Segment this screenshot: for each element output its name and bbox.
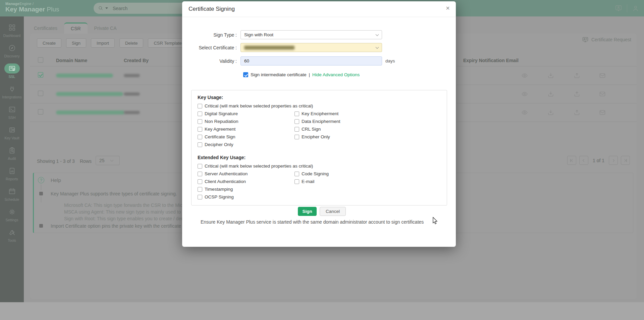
last-page-button[interactable] <box>621 156 630 165</box>
key-usage-option[interactable]: Digital Signature <box>198 110 294 118</box>
checkbox[interactable] <box>294 179 299 184</box>
checkbox[interactable] <box>198 179 202 184</box>
certificate-request-button[interactable]: Certificate Request <box>582 36 631 43</box>
checkbox[interactable] <box>198 164 202 169</box>
rows-label: Rows <box>80 158 92 164</box>
sign-type-select[interactable]: Sign with Root <box>240 30 382 39</box>
sidebar-item-ssl[interactable]: SSL <box>0 61 24 81</box>
checkbox[interactable] <box>198 172 202 176</box>
select-certificate-row: Select Certificate : <box>182 43 456 52</box>
download-icon[interactable] <box>547 72 554 79</box>
download-icon[interactable] <box>547 109 554 116</box>
csr-toolbar: Create Sign Import Delete CSR Template C <box>37 38 200 48</box>
sidebar-item-settings[interactable]: Settings <box>0 204 24 225</box>
checkbox[interactable] <box>198 195 202 199</box>
extended-key-usage-option[interactable]: Client Authentication <box>198 178 294 185</box>
view-icon[interactable] <box>521 72 528 79</box>
tab-private-ca[interactable]: Private CA <box>88 22 123 34</box>
email-icon[interactable] <box>599 109 606 116</box>
checkbox[interactable] <box>198 111 202 116</box>
checkbox[interactable] <box>294 119 299 124</box>
key-usage-option[interactable]: Decipher Only <box>198 141 294 148</box>
view-icon[interactable] <box>521 109 528 116</box>
select-certificate-select[interactable] <box>240 43 382 52</box>
extended-key-usage-option[interactable]: Server Authentication <box>198 170 294 178</box>
checkbox[interactable] <box>198 142 202 147</box>
export-icon[interactable] <box>574 72 580 79</box>
key-usage-option[interactable]: CRL Sign <box>294 125 441 133</box>
sidebar-item-key-vault[interactable]: Key Vault <box>0 122 24 143</box>
help-item: Import Certificate option pins the priva… <box>51 223 181 229</box>
cancel-button[interactable]: Cancel <box>320 207 346 216</box>
sign-button[interactable]: Sign <box>66 38 86 48</box>
extended-key-usage-option[interactable]: OCSP Signing <box>198 193 294 201</box>
checkbox[interactable] <box>198 127 202 132</box>
sidebar-item-tools[interactable]: Tools <box>0 225 24 245</box>
next-page-button[interactable] <box>609 156 618 165</box>
sidebar-item-schedule[interactable]: Schedule <box>0 184 24 204</box>
tab-certificates[interactable]: Certificates <box>27 22 64 34</box>
import-button[interactable]: Import <box>91 38 115 48</box>
email-icon[interactable] <box>599 91 606 97</box>
view-icon[interactable] <box>521 91 528 97</box>
row-checkbox[interactable] <box>38 109 43 115</box>
export-icon[interactable] <box>574 91 580 97</box>
checkbox[interactable] <box>198 135 202 139</box>
user-icon[interactable] <box>632 5 639 12</box>
create-button[interactable]: Create <box>37 38 61 48</box>
validity-input[interactable] <box>240 56 382 65</box>
sidebar-item-dashboard[interactable]: Dashboard <box>0 20 24 40</box>
brand-product: Key Manager Plus <box>5 6 59 13</box>
key-usage-critical[interactable]: Critical (will mark below selected prope… <box>198 102 441 110</box>
email-icon[interactable] <box>599 72 606 79</box>
sidebar-item-integrations[interactable]: Intergrations <box>0 81 24 102</box>
tab-csr[interactable]: CSR <box>64 22 88 34</box>
checkbox[interactable] <box>198 104 202 108</box>
domain-name-redacted[interactable] <box>56 92 123 96</box>
key-usage-option[interactable]: Key Agreement <box>198 125 294 133</box>
checkbox[interactable] <box>198 187 202 192</box>
export-icon[interactable] <box>574 109 580 116</box>
checkbox[interactable] <box>198 119 202 124</box>
settings-icon <box>8 208 16 216</box>
key-usage-option[interactable]: Encipher Only <box>294 133 441 141</box>
sidebar-item-discovery[interactable]: Discovery <box>0 40 24 61</box>
checkbox[interactable] <box>294 127 299 132</box>
prev-page-button[interactable] <box>579 156 588 165</box>
checkbox[interactable] <box>294 172 299 176</box>
row-checkbox-checked[interactable] <box>38 72 43 78</box>
separator: | <box>309 72 310 77</box>
sidebar-item-reports[interactable]: Reports <box>0 163 24 184</box>
first-page-button[interactable] <box>567 156 576 165</box>
feedback-icon[interactable] <box>615 5 622 12</box>
domain-name-redacted[interactable] <box>56 110 125 115</box>
first-page-icon <box>569 158 574 163</box>
sign-submit-button[interactable]: Sign <box>298 207 317 216</box>
extended-key-usage-critical[interactable]: Critical (will mark below selected prope… <box>198 162 441 170</box>
download-icon[interactable] <box>547 91 554 97</box>
csr-template-button[interactable]: CSR Template <box>148 38 187 48</box>
extended-key-usage-title: Extended Key Usage: <box>198 155 441 160</box>
sidebar-item-audit[interactable]: Audit <box>0 143 24 163</box>
extended-key-usage-option[interactable]: E-mail <box>294 178 441 185</box>
rows-per-page-select[interactable]: 25 <box>96 156 120 165</box>
sign-intermediate-checkbox[interactable] <box>243 72 248 77</box>
key-usage-option[interactable]: Key Encipherment <box>294 110 441 118</box>
extended-key-usage-option[interactable]: Timestamping <box>198 185 294 193</box>
delete-button[interactable]: Delete <box>119 38 144 48</box>
dashboard-icon <box>8 24 16 31</box>
sidebar-item-ssh[interactable]: SSH <box>0 102 24 122</box>
close-icon[interactable]: × <box>446 5 450 11</box>
hide-advanced-options-link[interactable]: Hide Advanced Options <box>312 72 360 77</box>
certificate-request-icon <box>582 36 589 43</box>
row-checkbox[interactable] <box>38 91 43 96</box>
checkbox[interactable] <box>294 135 299 139</box>
select-all-checkbox[interactable] <box>38 57 43 62</box>
checkbox[interactable] <box>294 111 299 116</box>
sidebar-nav: Dashboard Discovery SSL Intergrations SS… <box>0 16 24 302</box>
extended-key-usage-option[interactable]: Code Signing <box>294 170 441 178</box>
key-usage-option[interactable]: Certificate Sign <box>198 133 294 141</box>
domain-name-redacted[interactable] <box>56 74 113 78</box>
key-usage-option[interactable]: Non Repudiation <box>198 118 294 125</box>
key-usage-option[interactable]: Data Encipherment <box>294 118 441 125</box>
